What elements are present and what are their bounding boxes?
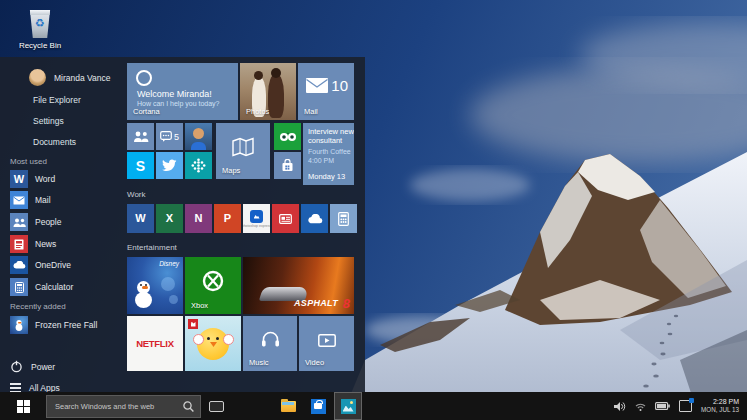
tile-twitter-small[interactable] xyxy=(156,152,183,179)
section-most-used: Most used xyxy=(10,157,47,166)
sidebar-item-file-explorer[interactable]: File Explorer xyxy=(33,95,81,105)
user-account-button[interactable]: Miranda Vance xyxy=(29,69,111,86)
tile-onedrive[interactable] xyxy=(301,204,328,233)
store-bag-icon xyxy=(281,159,294,172)
clock-date: MON, JUL 13 xyxy=(701,406,739,415)
tile-frozen-free-fall[interactable]: Disney xyxy=(127,257,183,314)
section-recently-added: Recently added xyxy=(10,302,66,311)
card-icon xyxy=(279,214,292,224)
task-view-button[interactable] xyxy=(201,392,231,420)
xbox-sphere-icon xyxy=(202,270,224,292)
powerpoint-icon: P xyxy=(224,213,231,224)
people-icon xyxy=(10,213,28,231)
tile-dots-game-small[interactable] xyxy=(185,152,212,179)
onedrive-icon xyxy=(10,256,28,274)
tile-excel[interactable]: X xyxy=(156,204,183,233)
network-icon[interactable] xyxy=(635,402,646,411)
excel-icon: X xyxy=(166,213,173,224)
volume-icon[interactable] xyxy=(614,401,626,412)
cloud-icon xyxy=(307,214,323,224)
tile-mail[interactable]: 10 Mail xyxy=(298,63,354,120)
tile-cortana[interactable]: Welcome Miranda! How can I help you toda… xyxy=(127,63,238,120)
power-icon xyxy=(10,360,23,373)
tile-music[interactable]: Music xyxy=(243,316,297,371)
dot-pattern-icon xyxy=(191,158,206,173)
task-view-icon xyxy=(209,401,224,412)
game-publisher-flag xyxy=(188,319,198,329)
recycle-bin-label: Recycle Bin xyxy=(12,41,68,50)
tile-skype-small[interactable]: S xyxy=(127,152,154,179)
power-button[interactable]: Power xyxy=(10,360,55,373)
tile-video[interactable]: Video xyxy=(299,316,354,371)
chat-bubble-icon xyxy=(160,131,172,142)
sidebar-app-onedrive[interactable]: OneDrive xyxy=(10,256,71,274)
tile-tripadvisor-small[interactable] xyxy=(274,123,301,150)
messaging-badge: 5 xyxy=(174,132,179,142)
tile-calculator[interactable] xyxy=(330,204,357,233)
skype-icon: S xyxy=(136,159,145,173)
tile-powerpoint[interactable]: P xyxy=(214,204,241,233)
headphones-icon xyxy=(261,330,280,347)
sidebar-item-documents[interactable]: Documents xyxy=(33,137,76,147)
tile-asphalt-8[interactable]: ASPHALT 8 xyxy=(243,257,354,314)
tile-photos[interactable]: Photos xyxy=(240,63,296,120)
sidebar-app-news[interactable]: News xyxy=(10,235,56,253)
sidebar-app-frozen-free-fall[interactable]: Frozen Free Fall xyxy=(10,316,97,334)
tile-store-small[interactable] xyxy=(274,152,301,179)
frozen-free-fall-icon xyxy=(10,316,28,334)
word-icon: W xyxy=(135,213,145,224)
tile-maps[interactable]: Maps xyxy=(216,123,270,179)
tile-chick-game[interactable] xyxy=(185,316,241,371)
windows-logo-icon xyxy=(17,400,30,413)
tile-photoshop-express[interactable]: photoshop express xyxy=(243,204,270,233)
map-icon xyxy=(232,137,254,157)
tripadvisor-owl-icon xyxy=(279,132,297,142)
tile-netflix[interactable]: NETFLIX xyxy=(127,316,183,371)
people-icon xyxy=(133,131,149,142)
video-play-icon xyxy=(318,334,336,347)
calendar-event-details: Fourth Coffee 4:00 PM xyxy=(308,147,351,165)
sidebar-app-mail[interactable]: Mail xyxy=(10,191,51,209)
recycle-bin-desktop-icon[interactable]: ♻ Recycle Bin xyxy=(12,10,68,50)
contact-face xyxy=(193,128,204,139)
taskbar-photos-active[interactable] xyxy=(335,393,361,419)
file-explorer-icon xyxy=(281,401,296,412)
mail-icon xyxy=(10,191,28,209)
tile-money[interactable] xyxy=(272,204,299,233)
taskbar-search[interactable] xyxy=(46,395,201,418)
start-button[interactable] xyxy=(0,392,46,420)
taskbar-clock[interactable]: 2:28 PM MON, JUL 13 xyxy=(701,397,739,415)
disney-logo: Disney xyxy=(159,260,179,267)
tile-word[interactable]: W xyxy=(127,204,154,233)
sidebar-app-calculator[interactable]: Calculator xyxy=(10,278,73,296)
netflix-logo: NETFLIX xyxy=(136,338,173,349)
battery-icon[interactable] xyxy=(655,402,670,410)
taskbar-file-explorer[interactable] xyxy=(275,393,301,419)
calculator-icon xyxy=(338,212,349,226)
taskbar-store[interactable] xyxy=(305,393,331,419)
cortana-ring-icon xyxy=(136,70,152,86)
tile-messaging-small[interactable]: 5 xyxy=(156,123,183,150)
mail-unread-count: 10 xyxy=(331,77,348,94)
search-icon xyxy=(183,401,194,412)
twitter-bird-icon xyxy=(162,159,177,172)
store-icon xyxy=(311,399,326,414)
photos-app-icon xyxy=(341,399,356,414)
calculator-icon xyxy=(10,278,28,296)
tile-people-small[interactable] xyxy=(127,123,154,150)
tile-contact-photo-small[interactable] xyxy=(185,123,212,150)
photoshop-express-icon xyxy=(250,210,263,223)
sidebar-app-word[interactable]: W Word xyxy=(10,170,55,188)
word-icon: W xyxy=(10,170,28,188)
recycle-symbol: ♻ xyxy=(28,18,52,29)
tile-calendar[interactable]: Interview new consultant Fourth Coffee 4… xyxy=(303,123,354,185)
search-input[interactable] xyxy=(47,402,183,411)
action-center-icon[interactable] xyxy=(679,400,692,412)
taskbar: 2:28 PM MON, JUL 13 xyxy=(0,392,747,420)
sidebar-item-settings[interactable]: Settings xyxy=(33,116,64,126)
sidebar-app-people[interactable]: People xyxy=(10,213,61,231)
calendar-event-title: Interview new consultant xyxy=(308,127,354,146)
user-avatar xyxy=(29,69,46,86)
tile-onenote[interactable]: N xyxy=(185,204,212,233)
tile-xbox[interactable]: Xbox xyxy=(185,257,241,314)
